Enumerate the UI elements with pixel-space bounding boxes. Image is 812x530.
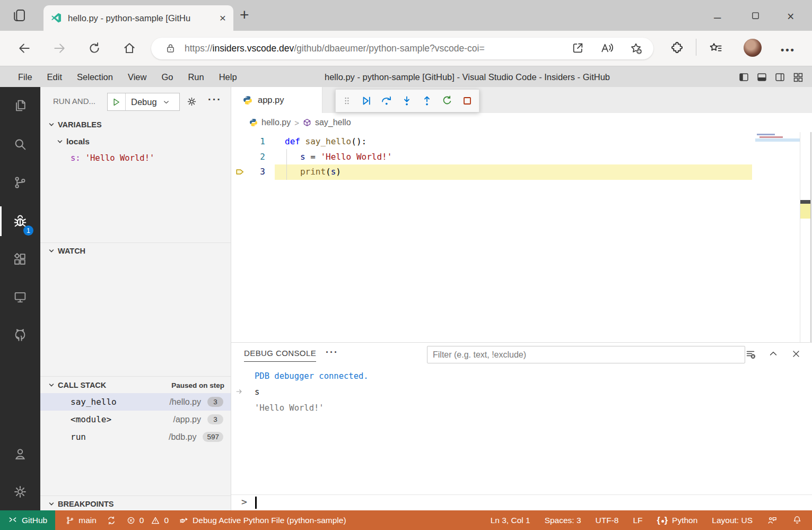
activity-bar: 1 [0, 87, 40, 510]
problems-indicator[interactable]: 0 0 [126, 516, 169, 525]
language-mode[interactable]: {} Python [657, 516, 698, 525]
remote-indicator[interactable]: GitHub [0, 510, 55, 530]
chevron-down-icon [47, 120, 56, 129]
editor-scrollbar[interactable] [810, 132, 811, 342]
locals-scope-row[interactable]: locals [40, 134, 231, 150]
menu-selection[interactable]: Selection [69, 72, 120, 82]
call-stack-section-header[interactable]: CALL STACK Paused on step [40, 377, 231, 393]
panel-more-actions-icon[interactable]: ··· [326, 347, 338, 358]
window-maximize-button[interactable] [751, 11, 760, 20]
home-icon[interactable] [123, 41, 136, 55]
menu-view[interactable]: View [120, 72, 154, 82]
breadcrumb-file[interactable]: hello.py [261, 118, 291, 127]
toggle-panel-icon[interactable] [756, 72, 767, 83]
step-over-button[interactable] [380, 94, 393, 107]
browser-tab[interactable]: hello.py - python-sample [GitHu × [43, 5, 233, 31]
breakpoints-section-header[interactable]: BREAKPOINTS [40, 497, 231, 511]
clear-console-icon[interactable] [745, 349, 756, 359]
console-repl-row[interactable]: > [231, 494, 812, 510]
console-filter-input[interactable] [427, 346, 745, 363]
favorites-bar-icon[interactable] [709, 41, 723, 55]
window-minimize-button[interactable]: – [714, 10, 721, 24]
workspaces-icon[interactable] [12, 8, 27, 23]
paused-status: Paused on step [171, 381, 224, 389]
indentation[interactable]: Spaces: 3 [545, 516, 581, 525]
run-debug-icon[interactable]: 1 [0, 206, 40, 236]
branch-indicator[interactable]: main [65, 516, 97, 525]
explorer-icon[interactable] [0, 91, 40, 120]
debug-status[interactable]: Debug Active Python File (python-sample) [179, 515, 346, 525]
remote-explorer-icon[interactable] [0, 282, 40, 312]
open-in-app-icon[interactable] [571, 41, 584, 55]
lock-icon[interactable] [165, 43, 176, 54]
accounts-icon[interactable] [0, 439, 40, 469]
warning-icon [151, 516, 160, 525]
variable-row[interactable]: s:'Hello World!' [40, 151, 231, 166]
console-line: s [231, 384, 812, 400]
close-panel-icon[interactable] [791, 349, 801, 359]
stack-frame-module[interactable]: <module>/app.py3 [40, 411, 231, 428]
menu-file[interactable]: File [11, 72, 40, 82]
github-icon[interactable] [0, 320, 40, 350]
debug-settings-gear-icon[interactable] [186, 96, 197, 107]
git-branch-icon [65, 516, 75, 525]
eol-sequence[interactable]: LF [633, 516, 642, 525]
keyboard-layout[interactable]: Layout: US [712, 516, 753, 525]
new-tab-button[interactable]: + [240, 6, 249, 24]
source-control-icon[interactable] [0, 168, 40, 197]
chevron-down-icon [47, 500, 56, 508]
stop-button[interactable] [461, 94, 474, 107]
sync-button[interactable] [107, 516, 116, 525]
back-icon[interactable] [18, 41, 31, 55]
profile-avatar[interactable] [744, 39, 762, 57]
read-aloud-icon[interactable] [600, 41, 614, 55]
restart-button[interactable] [441, 94, 453, 107]
views-more-actions-icon[interactable]: ··· [208, 93, 222, 106]
browser-settings-icon[interactable]: ••• [781, 45, 796, 56]
breadcrumb-symbol[interactable]: say_hello [315, 118, 351, 127]
code-line-3[interactable]: 3 print(s) [231, 164, 812, 180]
toggle-sidebar-icon[interactable] [738, 72, 749, 83]
customize-layout-icon[interactable] [792, 72, 804, 83]
menu-edit[interactable]: Edit [40, 72, 69, 82]
feedback-icon[interactable] [767, 515, 778, 526]
menu-go[interactable]: Go [154, 72, 180, 82]
cursor-position[interactable]: Ln 3, Col 1 [491, 516, 530, 525]
encoding[interactable]: UTF-8 [596, 516, 619, 525]
step-into-button[interactable] [400, 94, 413, 107]
continue-button[interactable] [360, 94, 373, 107]
chevron-down-icon[interactable] [162, 98, 170, 106]
editor-tab-app-py[interactable]: app.py [231, 87, 322, 113]
tab-close-icon[interactable]: × [220, 12, 226, 23]
variables-section-header[interactable]: VARIABLES [40, 117, 231, 132]
extensions-browser-icon[interactable] [670, 41, 684, 55]
stack-frame-sayhello[interactable]: say_hello/hello.py3 [40, 393, 231, 411]
watch-section-header[interactable]: WATCH [40, 244, 231, 258]
remote-icon [8, 516, 18, 525]
toolbar-divider [696, 39, 696, 56]
toolbar-drag-handle[interactable] [341, 95, 353, 107]
forward-icon[interactable] [53, 41, 66, 55]
console-output: PDB debugger connected.s'Hello World!' [231, 368, 812, 416]
maximize-panel-icon[interactable] [768, 349, 779, 359]
tab-debug-console[interactable]: DEBUG CONSOLE [244, 349, 316, 362]
ruler-position-marker [800, 200, 811, 204]
minimap[interactable] [755, 132, 800, 342]
add-favorite-icon[interactable] [629, 41, 643, 55]
code-line-2[interactable]: 2 s = 'Hello World!' [231, 150, 812, 165]
toggle-secondary-sidebar-icon[interactable] [774, 72, 785, 83]
step-out-button[interactable] [421, 94, 433, 107]
search-icon[interactable] [0, 129, 40, 159]
code-line-1[interactable]: 1def say_hello(): [231, 134, 812, 150]
refresh-icon[interactable] [88, 41, 101, 55]
notifications-bell-icon[interactable] [792, 515, 802, 526]
settings-gear-icon[interactable] [0, 477, 40, 507]
start-debug-button[interactable] [111, 97, 121, 107]
code-editor[interactable]: 1def say_hello():2 s = 'Hello World!'3 p… [231, 132, 812, 342]
menu-run[interactable]: Run [180, 72, 211, 82]
menu-help[interactable]: Help [212, 72, 245, 82]
extensions-icon[interactable] [0, 245, 40, 274]
launch-config-select[interactable]: Debug [131, 97, 157, 107]
stack-frame-run[interactable]: run/bdb.py597 [40, 428, 231, 446]
window-close-button[interactable]: × [787, 10, 794, 24]
